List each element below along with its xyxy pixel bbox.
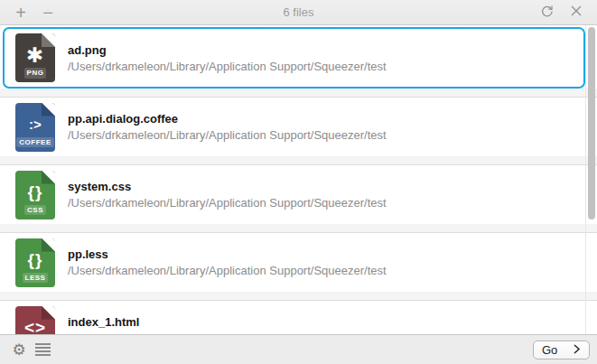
- file-path: /Users/drkameleon/Library/Application Su…: [68, 196, 387, 210]
- scrollbar-track: [585, 25, 597, 334]
- app-window: + − 6 files: [0, 0, 597, 364]
- close-icon: [570, 5, 583, 20]
- file-type-icon: :> COFFEE: [15, 103, 55, 152]
- file-path: /Users/drkameleon/Library/Application Su…: [68, 60, 387, 74]
- refresh-icon: [540, 5, 554, 21]
- go-button-label: Go: [542, 343, 557, 357]
- file-row[interactable]: <> HTML index_1.html /Users/drkameleon/L…: [0, 301, 597, 334]
- file-row[interactable]: :> COFFEE pp.api.dialog.coffee /Users/dr…: [0, 98, 597, 156]
- remove-file-button[interactable]: −: [38, 2, 58, 23]
- file-path: /Users/drkameleon/Library/Application Su…: [68, 331, 387, 334]
- file-row[interactable]: ✱ PNG ad.png /Users/drkameleon/Library/A…: [3, 27, 585, 89]
- file-type-icon: ✱ PNG: [15, 33, 55, 82]
- settings-button[interactable]: ⚙: [7, 339, 31, 360]
- file-name: index_1.html: [68, 314, 387, 330]
- file-name: pp.api.dialog.coffee: [68, 111, 387, 126]
- close-button[interactable]: [566, 2, 586, 23]
- file-type-icon: <> HTML: [15, 306, 55, 335]
- bottom-toolbar: ⚙ Go: [0, 334, 597, 364]
- file-list: ✱ PNG ad.png /Users/drkameleon/Library/A…: [0, 25, 597, 334]
- window-title: 6 files: [0, 5, 597, 19]
- title-bar: + − 6 files: [0, 0, 597, 25]
- row-gap: [0, 292, 597, 301]
- add-file-button[interactable]: +: [11, 2, 31, 23]
- file-type-icon: {} CSS: [15, 171, 55, 219]
- go-button[interactable]: Go: [533, 341, 590, 359]
- file-row[interactable]: {} LESS pp.less /Users/drkameleon/Librar…: [0, 233, 597, 292]
- row-gap: [0, 156, 597, 165]
- row-gap: [0, 224, 597, 233]
- file-name: ad.png: [68, 42, 387, 58]
- chevron-right-icon: [573, 343, 581, 357]
- list-icon: [35, 343, 51, 356]
- row-gap: [0, 89, 597, 98]
- refresh-button[interactable]: [536, 2, 556, 23]
- file-type-icon: {} LESS: [15, 238, 55, 287]
- file-name: pp.less: [68, 247, 387, 262]
- file-name: system.css: [68, 179, 387, 194]
- file-row[interactable]: {} CSS system.css /Users/drkameleon/Libr…: [0, 165, 597, 224]
- scrollbar-thumb[interactable]: [588, 27, 595, 219]
- gear-icon: ⚙: [12, 342, 25, 358]
- file-path: /Users/drkameleon/Library/Application Su…: [68, 264, 387, 278]
- list-view-button[interactable]: [31, 339, 54, 360]
- file-path: /Users/drkameleon/Library/Application Su…: [68, 128, 387, 143]
